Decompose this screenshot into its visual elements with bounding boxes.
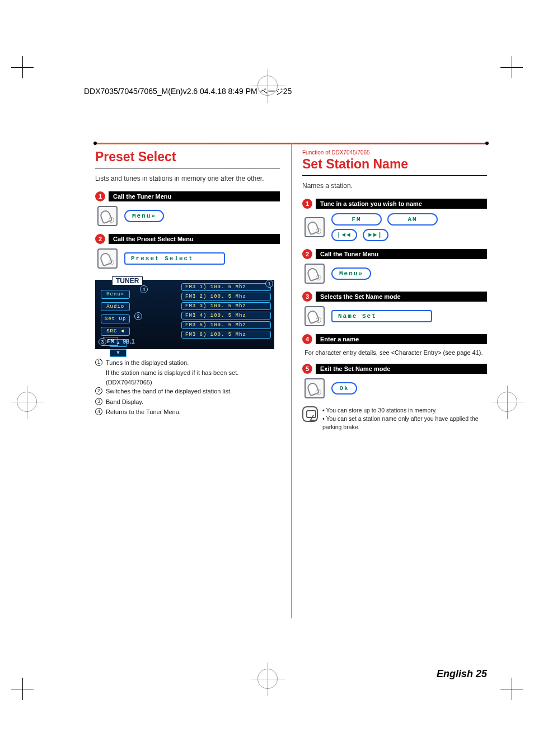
am-button[interactable]: AM xyxy=(387,213,438,226)
section-subtitle: Lists and tunes in stations in memory on… xyxy=(95,174,280,184)
preset-row[interactable]: FM3 5) 100. 5 Mhz xyxy=(181,321,271,329)
page-footer: English 25 xyxy=(437,668,487,680)
menu-button[interactable]: Menu» xyxy=(124,210,164,222)
step-title: Call the Preset Select Menu xyxy=(109,234,280,244)
step-note: For character entry details, see <Charac… xyxy=(305,349,487,357)
shot-audio-button[interactable]: Audio xyxy=(101,302,130,311)
next-button[interactable]: ►►| xyxy=(363,229,388,241)
step-number: 2 xyxy=(95,234,105,244)
set-station-name-section: Function of DDX7045/7065 Set Station Nam… xyxy=(302,149,487,431)
step-title: Selects the Set Name mode xyxy=(316,292,487,302)
touch-icon xyxy=(305,264,325,284)
shot-src-button[interactable]: SRC ◄ xyxy=(101,327,130,336)
function-note: Function of DDX7045/7065 xyxy=(302,149,487,156)
preset-row[interactable]: FM3 6) 100. 5 Mhz xyxy=(181,331,271,339)
touch-icon xyxy=(97,248,118,269)
step-number: 1 xyxy=(95,191,105,201)
touch-icon xyxy=(305,378,325,398)
note-text: • You can store up to 30 stations in mem… xyxy=(322,406,487,415)
step-number: 5 xyxy=(302,364,312,374)
shot-setup-button[interactable]: Set Up xyxy=(101,314,130,323)
legend: 1Tunes in the displayed station. If the … xyxy=(95,358,280,417)
menu-button[interactable]: Menu» xyxy=(331,267,371,280)
preset-row[interactable]: FM3 4) 100. 5 Mhz xyxy=(181,312,271,320)
prev-button[interactable]: |◄◄ xyxy=(331,229,357,241)
touch-icon xyxy=(97,206,118,226)
callout-2: 2 xyxy=(134,312,142,320)
step-number: 2 xyxy=(302,249,312,259)
ok-button[interactable]: Ok xyxy=(331,382,357,395)
print-header: DDX7035/7045/7065_M(En)v2.6 04.4.18 8:49… xyxy=(84,87,292,97)
step-title: Tune in a station you wish to name xyxy=(316,199,487,209)
note-icon xyxy=(302,406,318,422)
touch-icon xyxy=(305,217,325,237)
tuner-screenshot: TUNER Menu« Audio Set Up SRC ◄ ▲ ▼ FM3 1… xyxy=(95,276,274,349)
section-title: Preset Select xyxy=(95,149,280,165)
step-number: 1 xyxy=(302,199,312,209)
preset-select-section: Preset Select Lists and tunes in station… xyxy=(95,149,280,431)
shot-frequency: 98.1 xyxy=(123,338,134,345)
shot-title: TUNER xyxy=(112,276,143,285)
shot-menu-button[interactable]: Menu« xyxy=(101,290,130,299)
fm-button[interactable]: FM xyxy=(331,213,382,226)
step-number: 3 xyxy=(302,292,312,302)
note-text: • You can set a station name only after … xyxy=(322,415,487,431)
step-title: Enter a name xyxy=(316,334,487,344)
preset-row[interactable]: FM3 1) 100. 5 Mhz xyxy=(181,283,271,291)
step-title: Call the Tuner Menu xyxy=(316,249,487,259)
step-title: Call the Tuner Menu xyxy=(109,191,280,201)
callout-4: 4 xyxy=(140,285,148,293)
callout-1: 1 xyxy=(265,280,273,288)
preset-row[interactable]: FM3 2) 100. 5 Mhz xyxy=(181,293,271,300)
callout-3: 3 xyxy=(99,338,106,346)
name-set-button[interactable]: Name Set xyxy=(331,310,432,322)
step-number: 4 xyxy=(302,334,312,344)
step-title: Exit the Set Name mode xyxy=(316,364,487,374)
touch-icon xyxy=(305,306,325,326)
section-title: Set Station Name xyxy=(302,157,487,172)
preset-select-button[interactable]: Preset Select xyxy=(124,252,225,265)
shot-down-button[interactable]: ▼ xyxy=(110,349,127,357)
section-subtitle: Names a station. xyxy=(302,181,487,191)
preset-row[interactable]: FM3 3) 100. 5 Mhz xyxy=(181,302,271,310)
